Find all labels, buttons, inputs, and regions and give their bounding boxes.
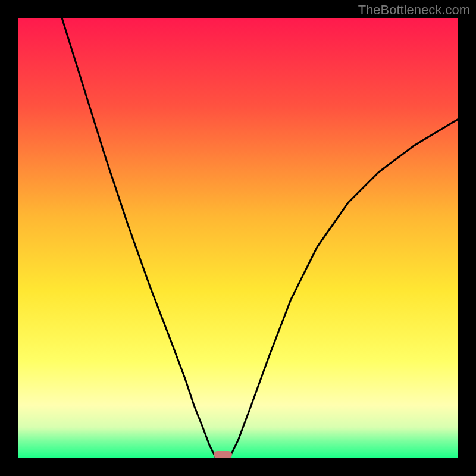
curves-layer [18,18,458,458]
bottleneck-marker [214,451,232,458]
watermark-text: TheBottleneck.com [358,2,470,18]
curve-right [229,119,458,458]
curve-left [62,18,216,458]
plot-area [18,18,458,458]
